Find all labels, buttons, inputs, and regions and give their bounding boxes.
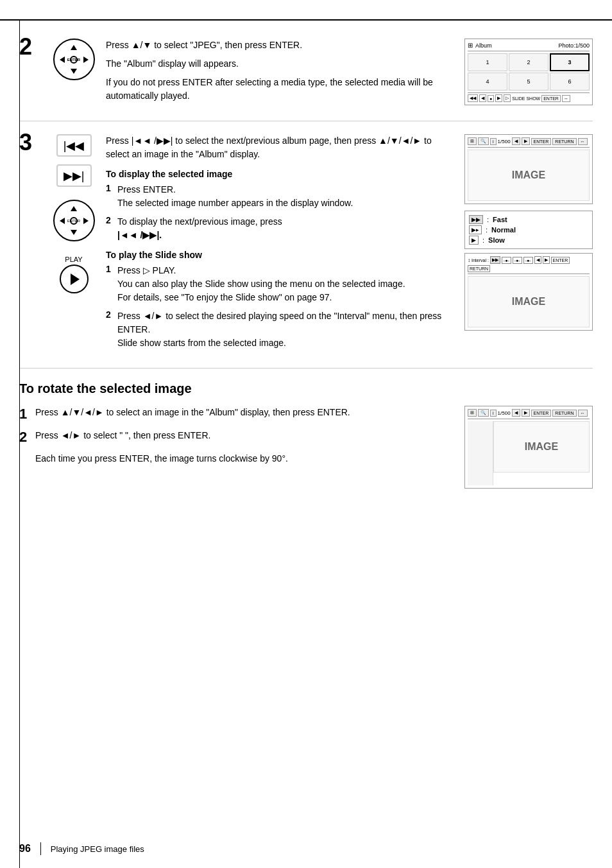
step-3-content: Press |◄◄ /▶▶| to select the next/previo… <box>106 134 464 355</box>
album-cell-2: 2 <box>509 53 548 71</box>
tb-grid: ⊞ <box>468 137 477 145</box>
normal-icon-box: ▶▸ <box>469 225 482 234</box>
speed-normal-row: ▶▸ : Normal <box>469 225 588 234</box>
play-triangle <box>71 273 80 285</box>
center-dot-2: ENTER <box>70 217 78 225</box>
play-button-icon <box>60 265 89 293</box>
arrow-left-icon-2 <box>60 218 65 224</box>
interval-toolbar: ↕ Interval : ▶▶ -●- -●- -●- ◀ ▶ ENTER RE… <box>468 256 590 274</box>
rotate-thumb-col <box>468 421 493 485</box>
speed-colon-3: : <box>482 236 484 244</box>
speed-colon: : <box>487 216 489 223</box>
album-grid: 1 2 3 4 5 6 <box>468 53 590 91</box>
speed-fast-icon: ▶▶ <box>469 215 483 224</box>
rot-tb-count: 1/500 <box>498 410 511 416</box>
page-container: 2 ENTER Press ▲/▼ to select "JPEG", then… <box>0 0 612 868</box>
tb-next: ▶ <box>522 137 530 145</box>
skip-fwd-icon: ▶▶| <box>56 164 92 187</box>
tb-info: i <box>490 138 497 145</box>
substep-4-line2: Slide show starts from the selected imag… <box>117 338 286 348</box>
rotate-image-area: IMAGE <box>493 421 590 473</box>
substep-4-num: 2 <box>106 309 117 320</box>
album-ctrl-enter: ENTER <box>541 95 561 102</box>
int-dash3: -●- <box>523 257 533 264</box>
album-slideshow-label: SLIDE SHOW <box>512 96 540 101</box>
interval-diagram: ↕ Interval : ▶▶ -●- -●- -●- ◀ ▶ ENTER RE… <box>464 253 593 331</box>
tb-skip: ↔ <box>578 138 588 145</box>
step-2-icons: ENTER <box>48 39 99 80</box>
image-toolbar: ⊞ 🔍 i 1/500 ◀ ▶ ENTER RETURN ↔ <box>468 137 590 148</box>
footer-divider <box>40 842 41 855</box>
album-header-left: ⊞ Album <box>468 42 492 49</box>
skip-fwd-symbol: ▶▶| <box>64 169 85 183</box>
speed-options: ▶▶ : Fast ▶▸ : Normal <box>469 215 588 245</box>
step-2-number: 2 <box>19 35 48 58</box>
album-cell-6: 6 <box>550 73 590 91</box>
speed-normal-icon: ▶▸ <box>469 225 482 234</box>
int-return: RETURN <box>468 265 490 272</box>
substep-3-line1: Press ▷ PLAY. <box>117 265 176 275</box>
substep-1-num: 1 <box>106 183 117 193</box>
album-header: ⊞ Album Photo:1/500 <box>468 42 590 51</box>
footer-text: Playing JPEG image files <box>51 844 144 854</box>
play-label-text: PLAY <box>65 256 82 263</box>
speed-diagram: ▶▶ : Fast ▶▸ : Normal <box>464 211 593 249</box>
substep-2-num: 2 <box>106 215 117 225</box>
interval-section: ↕ Interval : ▶▶ -●- -●- -●- ◀ ▶ ENTER RE… <box>464 253 593 331</box>
play-icon-wrapper: PLAY <box>60 256 89 293</box>
rotate-step-2-row: 2 Press ◄/► to select " ", then press EN… <box>19 429 455 446</box>
step-2-para1: The "Album" display will appears. <box>106 57 452 71</box>
speed-slow-row: ▶ : Slow <box>469 236 588 245</box>
enter-label-2: ENTER <box>67 219 80 223</box>
speed-normal-label: Normal <box>491 226 516 234</box>
footer: 96 Playing JPEG image files <box>19 842 593 855</box>
rotate-content: 1 Press ▲/▼/◄/► to select an image in th… <box>19 406 593 495</box>
tb-count: 1/500 <box>498 139 511 144</box>
rotate-steps: 1 Press ▲/▼/◄/► to select an image in th… <box>19 406 455 465</box>
main-content: 2 ENTER Press ▲/▼ to select "JPEG", then… <box>0 0 612 527</box>
rotate-image-with-thumb: IMAGE <box>468 421 590 485</box>
substep-1-line2: The selected image number appears in the… <box>117 198 353 208</box>
rot-tb-prev: ◀ <box>512 409 520 417</box>
step-3-diagrams: ⊞ 🔍 i 1/500 ◀ ▶ ENTER RETURN ↔ IMAGE <box>464 134 593 334</box>
album-controls: ◀◀ ◀ ● ▶ ▷ SLIDE SHOW ENTER ↔ <box>468 92 590 102</box>
album-grid-icon: ⊞ <box>468 42 473 49</box>
speed-slow-label: Slow <box>488 236 505 244</box>
album-cell-1: 1 <box>468 53 507 71</box>
step-2-row: 2 ENTER Press ▲/▼ to select "JPEG", then… <box>19 26 593 121</box>
step-3-intro: Press |◄◄ /▶▶| to select the next/previo… <box>106 134 452 161</box>
substep-4-line1: Press ◄/► to select the desired playing … <box>117 311 441 334</box>
album-cell-5: 5 <box>509 73 548 91</box>
substep-1-line1: Press ENTER. <box>117 184 176 195</box>
speed-colon-2: : <box>486 226 488 234</box>
int-next: ▶ <box>543 256 550 264</box>
tb-prev: ◀ <box>512 137 520 145</box>
step-3-icons: |◀◀ ▶▶| ENTER PLAY <box>48 134 99 293</box>
slow-icon-box: ▶ <box>469 236 479 245</box>
substep-4-text: Press ◄/► to select the desired playing … <box>117 309 452 350</box>
left-border-line <box>19 19 20 868</box>
album-ctrl-prev: ◀ <box>479 94 486 102</box>
rotate-step-2-line: Press ◄/► to select " ", then press ENTE… <box>35 430 210 440</box>
step-2-diagram: ⊞ Album Photo:1/500 1 2 3 4 5 6 ◀ <box>464 39 593 105</box>
skip-back-icon: |◀◀ <box>56 134 92 157</box>
rot-tb-search: 🔍 <box>478 409 489 417</box>
rotate-step-2-note: Each time you press ENTER, the image tur… <box>19 452 455 465</box>
int-dash1: -●- <box>502 257 511 264</box>
substep-2-line1: To display the next/previous image, pres… <box>117 216 282 227</box>
image-display-area: IMAGE <box>468 150 590 201</box>
footer-page-num: 96 <box>19 843 31 855</box>
album-ctrl-jump: ↔ <box>562 95 570 102</box>
arrow-up-icon-2 <box>71 206 77 211</box>
arrow-down-icon-2 <box>71 230 77 235</box>
substep-2-line2: |◄◄ /▶▶|. <box>117 230 162 240</box>
album-ctrl-next-next: ▶ <box>495 94 502 102</box>
section1-heading: To display the selected image <box>106 169 452 179</box>
interval-image-area: IMAGE <box>468 276 590 327</box>
album-ctrl-next: ● <box>488 95 494 102</box>
arrow-down-icon <box>71 69 77 74</box>
rotate-step-1-text: Press ▲/▼/◄/► to select an image in the … <box>35 406 455 419</box>
album-cell-4: 4 <box>468 73 507 91</box>
arrow-up-icon <box>71 45 77 50</box>
substep-2-text: To display the next/previous image, pres… <box>117 215 452 242</box>
